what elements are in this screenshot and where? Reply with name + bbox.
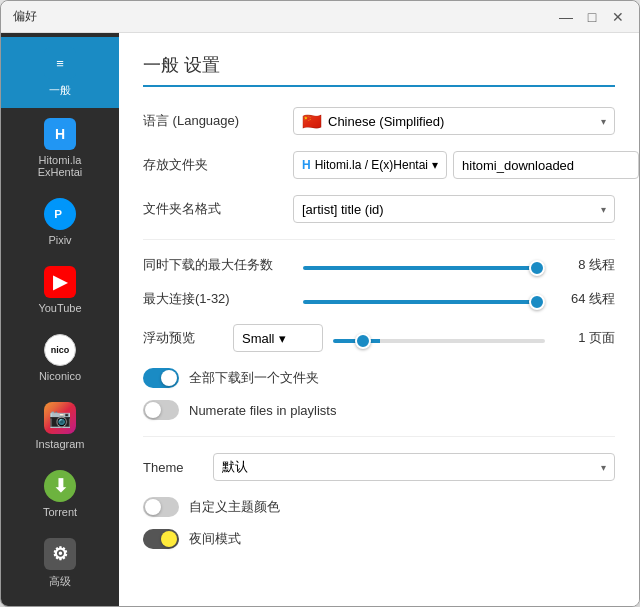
max-tasks-label: 同时下载的最大任务数 — [143, 256, 293, 274]
preview-slider[interactable] — [333, 339, 545, 343]
niconico-icon: nico — [44, 334, 76, 366]
sidebar-item-general[interactable]: ≡ 一般 — [1, 37, 119, 108]
language-row: 语言 (Language) 🇨🇳 Chinese (Simplified) ▾ — [143, 107, 615, 135]
folder-row: 存放文件夹 H Hitomi.la / E(x)Hentai ▾ 📁 — [143, 151, 615, 179]
sidebar-item-label-instagram: Instagram — [36, 438, 85, 450]
numerate-row: Numerate files in playlists — [143, 400, 615, 420]
divider-1 — [143, 239, 615, 240]
numerate-knob — [145, 402, 161, 418]
sidebar-item-label-niconico: Niconico — [39, 370, 81, 382]
theme-arrow: ▾ — [601, 462, 606, 473]
sidebar-item-advanced[interactable]: ⚙ 高级 — [1, 528, 119, 599]
preview-row: 浮动预览 Small ▾ 1 页面 — [143, 324, 615, 352]
sidebar-item-niconico[interactable]: nico Niconico — [1, 324, 119, 392]
sidebar-item-youtube[interactable]: ▶ YouTube — [1, 256, 119, 324]
night-mode-row: 夜间模式 — [143, 529, 615, 549]
folder-site-value: Hitomi.la / E(x)Hentai — [315, 158, 428, 172]
sidebar-item-compress[interactable]: ❐ 压缩 — [1, 599, 119, 606]
custom-theme-row: 自定义主题颜色 — [143, 497, 615, 517]
language-flag: 🇨🇳 — [302, 112, 322, 131]
maximize-button[interactable]: □ — [583, 8, 601, 26]
content-area: 一般 设置 语言 (Language) 🇨🇳 Chinese (Simplifi… — [119, 33, 639, 606]
custom-theme-label: 自定义主题颜色 — [189, 498, 280, 516]
preview-size-arrow: ▾ — [279, 331, 286, 346]
svg-text:P: P — [54, 207, 62, 220]
main-window: 偏好 — □ ✕ ≡ 一般 H Hitomi.laExHentai P — [0, 0, 640, 607]
sidebar: ≡ 一般 H Hitomi.laExHentai P Pixiv ▶ YouTu… — [1, 33, 119, 606]
language-select[interactable]: 🇨🇳 Chinese (Simplified) ▾ — [293, 107, 615, 135]
folder-label: 存放文件夹 — [143, 156, 283, 174]
night-mode-toggle[interactable] — [143, 529, 179, 549]
max-conn-slider-wrapper — [303, 292, 545, 307]
max-conn-row: 最大连接(1-32) 64 线程 — [143, 290, 615, 308]
instagram-icon: 📷 — [44, 402, 76, 434]
folder-format-row: 文件夹名格式 [artist] title (id) ▾ — [143, 195, 615, 223]
numerate-toggle[interactable] — [143, 400, 179, 420]
download-single-label: 全部下载到一个文件夹 — [189, 369, 319, 387]
language-dropdown-arrow: ▾ — [601, 116, 606, 127]
numerate-label: Numerate files in playlists — [189, 403, 336, 418]
sidebar-item-torrent[interactable]: ⬇ Torrent — [1, 460, 119, 528]
hitomi-icon: H — [44, 118, 76, 150]
advanced-icon: ⚙ — [44, 538, 76, 570]
language-value: Chinese (Simplified) — [328, 114, 444, 129]
youtube-icon: ▶ — [44, 266, 76, 298]
max-conn-slider[interactable] — [303, 300, 545, 304]
divider-2 — [143, 436, 615, 437]
preview-label: 浮动预览 — [143, 329, 223, 347]
custom-theme-knob — [145, 499, 161, 515]
max-tasks-value: 8 线程 — [555, 256, 615, 274]
preview-value: 1 页面 — [555, 329, 615, 347]
page-title: 一般 设置 — [143, 53, 615, 87]
sidebar-item-instagram[interactable]: 📷 Instagram — [1, 392, 119, 460]
minimize-button[interactable]: — — [557, 8, 575, 26]
theme-value: 默认 — [222, 458, 248, 476]
sidebar-item-label-pixiv: Pixiv — [48, 234, 71, 246]
main-layout: ≡ 一般 H Hitomi.laExHentai P Pixiv ▶ YouTu… — [1, 33, 639, 606]
preview-slider-wrapper — [333, 331, 545, 346]
preview-size-select[interactable]: Small ▾ — [233, 324, 323, 352]
max-conn-label: 最大连接(1-32) — [143, 290, 293, 308]
sidebar-item-label-hitomi: Hitomi.laExHentai — [38, 154, 83, 178]
torrent-icon: ⬇ — [44, 470, 76, 502]
folder-format-label: 文件夹名格式 — [143, 200, 283, 218]
max-conn-value: 64 线程 — [555, 290, 615, 308]
folder-format-value: [artist] title (id) — [302, 202, 384, 217]
download-single-knob — [161, 370, 177, 386]
sidebar-item-label-general: 一般 — [49, 83, 71, 98]
close-button[interactable]: ✕ — [609, 8, 627, 26]
pixiv-icon: P — [44, 198, 76, 230]
max-tasks-row: 同时下载的最大任务数 8 线程 — [143, 256, 615, 274]
folder-format-select[interactable]: [artist] title (id) ▾ — [293, 195, 615, 223]
max-tasks-slider-wrapper — [303, 258, 545, 273]
theme-label: Theme — [143, 460, 203, 475]
sidebar-item-label-youtube: YouTube — [38, 302, 81, 314]
max-tasks-slider[interactable] — [303, 266, 545, 270]
download-single-row: 全部下载到一个文件夹 — [143, 368, 615, 388]
folder-dropdown-arrow: ▾ — [432, 158, 438, 172]
language-label: 语言 (Language) — [143, 112, 283, 130]
sidebar-item-label-torrent: Torrent — [43, 506, 77, 518]
folder-format-arrow: ▾ — [601, 204, 606, 215]
night-mode-knob — [161, 531, 177, 547]
folder-site-dropdown[interactable]: H Hitomi.la / E(x)Hentai ▾ — [293, 151, 447, 179]
folder-name-input[interactable] — [453, 151, 639, 179]
custom-theme-toggle[interactable] — [143, 497, 179, 517]
titlebar-controls: — □ ✕ — [557, 8, 627, 26]
sidebar-item-hitomi[interactable]: H Hitomi.laExHentai — [1, 108, 119, 188]
general-icon: ≡ — [44, 47, 76, 79]
sidebar-item-pixiv[interactable]: P Pixiv — [1, 188, 119, 256]
theme-select[interactable]: 默认 ▾ — [213, 453, 615, 481]
theme-row: Theme 默认 ▾ — [143, 453, 615, 481]
folder-site-icon: H — [302, 158, 311, 172]
titlebar: 偏好 — □ ✕ — [1, 1, 639, 33]
titlebar-title: 偏好 — [13, 8, 37, 25]
preview-size-value: Small — [242, 331, 275, 346]
folder-select-area: H Hitomi.la / E(x)Hentai ▾ 📁 — [293, 151, 639, 179]
night-mode-label: 夜间模式 — [189, 530, 241, 548]
sidebar-item-label-advanced: 高级 — [49, 574, 71, 589]
download-single-toggle[interactable] — [143, 368, 179, 388]
